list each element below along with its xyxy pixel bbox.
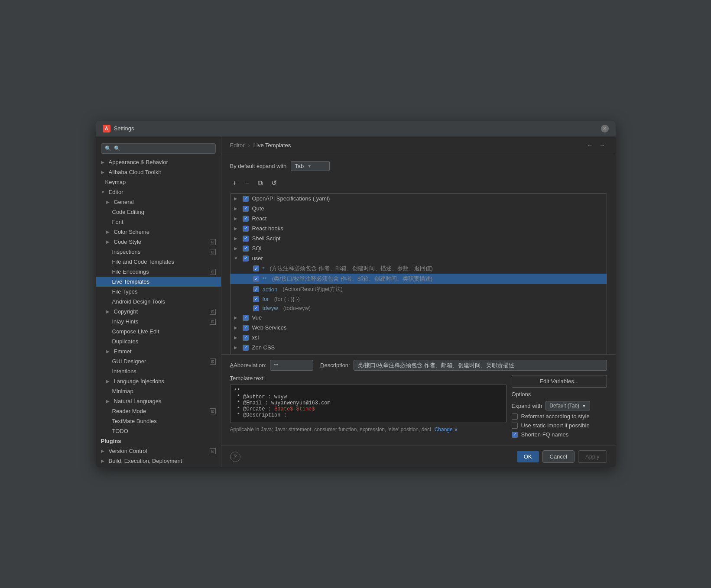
sidebar-item-file-encodings[interactable]: File Encodings ⊡ (96, 267, 221, 277)
copy-template-button[interactable]: ⧉ (255, 178, 265, 188)
group-checkbox-vue[interactable]: ✓ (243, 315, 249, 321)
template-row-action[interactable]: ✓ action (ActionResult的get方法) (231, 284, 607, 294)
template-row-tdwyw[interactable]: ✓ tdwyw (todo-wyw) (231, 304, 607, 313)
template-group-header-vue[interactable]: ▶ ✓ Vue (231, 313, 607, 323)
group-checkbox-react-hooks[interactable]: ✓ (243, 226, 249, 232)
breadcrumb-parent: Editor (230, 142, 245, 149)
group-checkbox-react[interactable]: ✓ (243, 216, 249, 222)
sidebar-item-compose-live-edit[interactable]: Compose Live Edit (96, 326, 221, 336)
sidebar-item-live-templates[interactable]: Live Templates (96, 277, 221, 287)
abbreviation-input[interactable] (270, 360, 313, 371)
shorten-fq-checkbox[interactable]: ✓ (512, 432, 518, 438)
template-checkbox-star[interactable]: ✓ (253, 265, 259, 271)
sidebar-item-language-injections[interactable]: ▶ Language Injections (96, 376, 221, 386)
group-checkbox-openapi[interactable]: ✓ (243, 196, 249, 202)
sidebar-item-emmet[interactable]: ▶ Emmet (96, 346, 221, 356)
template-group-header-user[interactable]: ▼ ✓ user (231, 253, 607, 263)
help-button[interactable]: ? (230, 452, 240, 462)
static-import-checkbox[interactable] (512, 423, 518, 429)
group-checkbox-xsl[interactable]: ✓ (243, 335, 249, 341)
template-checkbox-action[interactable]: ✓ (253, 286, 259, 292)
expand-with-option-dropdown[interactable]: Default (Tab) ▼ (545, 401, 590, 410)
sidebar-item-label: Code Editing (112, 209, 216, 215)
sidebar-item-plugins[interactable]: Plugins (96, 436, 221, 446)
add-template-button[interactable]: + (230, 178, 239, 188)
template-row-doublestar[interactable]: ✓ ** (类/接口/枚举注释必须包含 作者、邮箱、创建时间、类职责描述) (231, 274, 607, 284)
reformat-checkbox[interactable] (512, 414, 518, 420)
group-checkbox-qute[interactable]: ✓ (243, 206, 249, 212)
sidebar-item-todo[interactable]: TODO (96, 426, 221, 436)
sidebar-item-file-types[interactable]: File Types (96, 287, 221, 297)
template-group-header-openapi[interactable]: ▶ ✓ OpenAPI Specifications (.yaml) (231, 194, 607, 204)
sidebar-item-inspections[interactable]: Inspections ⊡ (96, 247, 221, 257)
group-checkbox-web-services[interactable]: ✓ (243, 325, 249, 331)
sidebar-item-label: File Encodings (112, 268, 207, 275)
sidebar-item-label: General (114, 199, 216, 205)
sidebar-item-inlay-hints[interactable]: Inlay Hints ⊡ (96, 317, 221, 326)
sidebar-item-code-editing[interactable]: Code Editing (96, 207, 221, 217)
template-group-header-xsl[interactable]: ▶ ✓ xsl (231, 333, 607, 342)
sidebar-item-font[interactable]: Font (96, 217, 221, 227)
sidebar-item-textmate-bundles[interactable]: TextMate Bundles (96, 416, 221, 426)
sidebar-item-file-code-templates[interactable]: File and Code Templates (96, 257, 221, 267)
template-group-header-react[interactable]: ▶ ✓ React (231, 213, 607, 223)
sidebar-item-gui-designer[interactable]: GUI Designer ⊡ (96, 356, 221, 366)
search-box[interactable]: 🔍 (101, 143, 216, 154)
sidebar-item-keymap[interactable]: Keymap (96, 177, 221, 187)
remove-template-button[interactable]: − (243, 178, 252, 188)
sidebar-item-version-control[interactable]: ▶ Version Control ⊡ (96, 446, 221, 456)
template-group-header-qute[interactable]: ▶ ✓ Qute (231, 204, 607, 213)
expand-arrow-icon: ▶ (234, 246, 239, 251)
sidebar-item-android-design-tools[interactable]: Android Design Tools (96, 297, 221, 307)
group-checkbox-shell[interactable]: ✓ (243, 236, 249, 242)
nav-back-button[interactable]: ← (585, 141, 595, 149)
sidebar-item-minimap[interactable]: Minimap (96, 386, 221, 396)
expand-icon: ▶ (106, 349, 111, 354)
template-checkbox-tdwyw[interactable]: ✓ (253, 305, 259, 311)
sidebar-item-reader-mode[interactable]: Reader Mode ⊡ (96, 406, 221, 416)
expand-icon: ▶ (101, 459, 106, 463)
nav-forward-button[interactable]: → (597, 141, 607, 149)
template-row-star[interactable]: ✓ * (方法注释必须包含 作者、邮箱、创建时间、描述、参数、返回值) (231, 263, 607, 274)
template-group-header-shell[interactable]: ▶ ✓ Shell Script (231, 233, 607, 243)
sidebar-item-label: Inlay Hints (112, 318, 207, 325)
template-group-header-web-services[interactable]: ▶ ✓ Web Services (231, 323, 607, 333)
sidebar-item-duplicates[interactable]: Duplicates (96, 336, 221, 346)
close-button[interactable]: ✕ (601, 125, 609, 132)
reset-template-button[interactable]: ↺ (269, 178, 279, 188)
sidebar-item-copyright[interactable]: ▶ Copyright ⊡ (96, 307, 221, 317)
template-group-header-react-hooks[interactable]: ▶ ✓ React hooks (231, 223, 607, 233)
sidebar-item-label: Appearance & Behavior (109, 159, 216, 165)
sidebar: 🔍 ▶ Appearance & Behavior ▶ Alibaba Clou… (96, 136, 221, 467)
search-input[interactable] (114, 145, 212, 152)
group-checkbox-zen-css[interactable]: ✓ (243, 345, 249, 351)
group-checkbox-user[interactable]: ✓ (243, 255, 249, 262)
sidebar-item-natural-languages[interactable]: ▶ Natural Languages (96, 396, 221, 406)
sidebar-item-alibaba[interactable]: ▶ Alibaba Cloud Toolkit (96, 167, 221, 177)
description-input[interactable] (354, 360, 607, 371)
template-checkbox-for[interactable]: ✓ (253, 296, 259, 302)
sidebar-item-color-scheme[interactable]: ▶ Color Scheme (96, 227, 221, 237)
sidebar-item-editor[interactable]: ▼ Editor (96, 187, 221, 197)
template-checkbox-doublestar[interactable]: ✓ (253, 276, 259, 282)
content-area: Editor › Live Templates ← → By default e… (221, 136, 616, 467)
apply-button[interactable]: Apply (578, 450, 607, 463)
template-group-header-sql[interactable]: ▶ ✓ SQL (231, 243, 607, 253)
template-row-for[interactable]: ✓ for (for ( : ){ }) (231, 294, 607, 304)
cancel-button[interactable]: Cancel (542, 450, 575, 463)
ok-button[interactable]: OK (517, 451, 539, 462)
edit-variables-button[interactable]: Edit Variables... (512, 375, 607, 388)
settings-dialog: A Settings ✕ 🔍 ▶ Appearance & Behavior ▶… (96, 121, 616, 467)
sidebar-item-code-style[interactable]: ▶ Code Style ⊡ (96, 237, 221, 247)
sidebar-item-general[interactable]: ▶ General (96, 197, 221, 207)
sidebar-item-label: Alibaba Cloud Toolkit (109, 169, 216, 175)
expand-with-option-row: Expand with Default (Tab) ▼ (512, 401, 607, 410)
sidebar-item-build-execution[interactable]: ▶ Build, Execution, Deployment (96, 456, 221, 466)
expand-with-dropdown[interactable]: Tab ▼ (291, 161, 330, 171)
template-group-header-zen-css[interactable]: ▶ ✓ Zen CSS (231, 342, 607, 352)
template-code[interactable]: ** * @Author : wuyw * @Email : wuyanweny… (230, 384, 506, 423)
group-checkbox-sql[interactable]: ✓ (243, 246, 249, 252)
sidebar-item-intentions[interactable]: Intentions (96, 366, 221, 376)
sidebar-item-appearance[interactable]: ▶ Appearance & Behavior (96, 157, 221, 167)
change-link[interactable]: Change ∨ (435, 426, 458, 433)
